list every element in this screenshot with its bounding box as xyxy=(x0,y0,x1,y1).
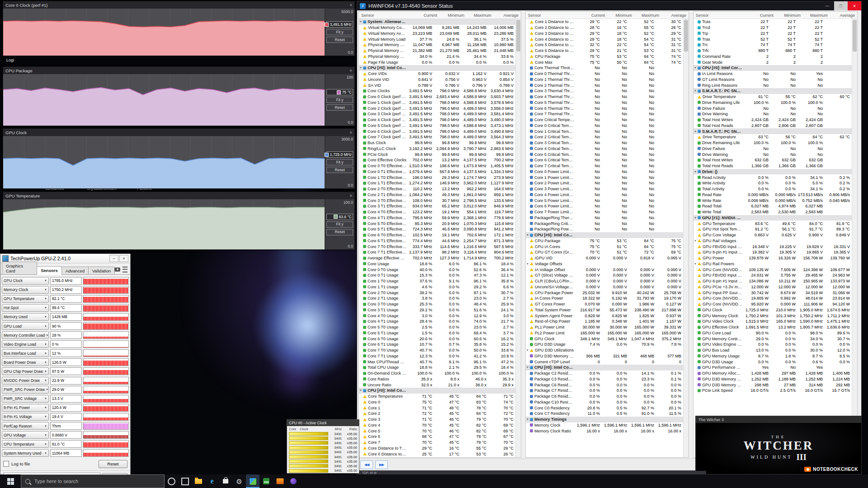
sensor-row[interactable]: Write Total2,583 MB2,530 MB2,583 MB xyxy=(693,209,852,215)
search-input[interactable] xyxy=(33,478,160,484)
sensor-dropdown[interactable]: Video Engine Load▼ xyxy=(2,340,49,348)
sensor-row[interactable]: GPU Core (NVVDD) Out...95.920 W0.000 W11… xyxy=(693,301,852,307)
sensor-row[interactable]: Core 0 Distance to TjMAX25 °C17 °C53 °C2… xyxy=(359,451,516,457)
sensor-row[interactable]: Core 3 Thermal ThrottlingNoNoNo xyxy=(526,88,684,94)
close-icon[interactable]: × xyxy=(349,193,352,198)
sensor-row[interactable]: Core 5 Distance to TjMAX32 °C22 °C54 °C3… xyxy=(526,42,684,48)
sensor-row[interactable]: GPU Core (NVVDD) Inp...109.135 W7.605 W1… xyxy=(693,267,852,272)
sensor-row[interactable]: Package/Ring Thermal Th...NoNoNo xyxy=(526,215,684,221)
sensor-dropdown[interactable]: GPU Chip Power Draw▼ xyxy=(2,367,49,375)
sensor-row[interactable]: Virtual Memory Load37.7 %24.8 %38.1 %37.… xyxy=(359,36,516,42)
sensor-row[interactable]: Core 3 Critical Tempera...NoNoNo xyxy=(526,140,684,146)
sensor-dropdown[interactable]: MVDDC Power Draw▼ xyxy=(2,377,49,385)
sensor-row[interactable]: GPU Power139.878 W16.326 W156.708 W139.7… xyxy=(693,255,852,261)
sensor-row[interactable]: Total Host Reads1,366 GB1,366 GB1,366 GB xyxy=(693,163,852,169)
sensor-row[interactable]: IA Cores Power18.322 W6.192 W31.793 W19.… xyxy=(526,296,684,301)
sensor-row[interactable]: GPU Bus Load13.0 %0.0 %30.0 %12.0 % xyxy=(693,347,852,353)
sensor-row[interactable]: Package C2 Residency0.0 %0.0 %14.1 %0.1 … xyxy=(526,371,684,376)
graph-titlebar[interactable]: GPU Temperature × xyxy=(3,192,354,199)
sensor-dropdown[interactable]: GPU Temperature▼ xyxy=(2,295,49,303)
sensor-row[interactable]: On-Demand Clock Modulation100.0 %100.0 %… xyxy=(359,371,516,376)
sensor-row[interactable]: Uncore Ratio32.0 x21.0 x38.0 x29.9 x xyxy=(359,382,516,388)
sensor-row[interactable]: Core 075 °C47 °C83 °C74 °C xyxy=(359,399,516,405)
taskbar-icon-settings[interactable]: ⚙ xyxy=(232,474,246,488)
sensor-row[interactable]: Core 5 T1 Effective Clock724.3 MHz46.6 M… xyxy=(359,226,516,232)
graph-window-core0-clock[interactable]: Core 0 Clock (perf #1) × 5000.0 3,491.5 … xyxy=(3,1,355,56)
sensor-row[interactable]: GPU 8-pin #1 Input Vol...19.382 V19.305 … xyxy=(693,249,852,255)
sensor-row[interactable]: Core 1 T0 Usage37.6 %9.1 %96.1 %35.8 % xyxy=(359,278,516,284)
sensor-row[interactable]: Core 6 T0 Effective Clock102.5 MHz19.1 M… xyxy=(359,232,516,238)
sensor-row[interactable]: Core 6 T1 Effective Clock774.4 MHz44.6 M… xyxy=(359,238,516,244)
sensor-row[interactable]: Core 4 T1 Effective Clock795.8 MHz59.9 M… xyxy=(359,215,516,221)
sensor-row[interactable]: GPU Temperature83.6 °C49.6 °C84.0 °C81.9… xyxy=(693,221,852,226)
sensor-row[interactable]: Package C3 Residency0.0 %0.0 %23.3 %0.1 … xyxy=(526,376,684,382)
close-button[interactable]: × xyxy=(848,1,861,10)
sensor-row[interactable]: Package C10 Residency0.0 %0.0 %0.0 %0.0 … xyxy=(526,399,684,405)
sensor-row[interactable]: Core 3 T1 Effective Clock934.0 MHz65.2 M… xyxy=(359,203,516,209)
sensor-row[interactable]: Core 3 T1 Usage29.2 %0.0 %51.6 %24.1 % xyxy=(359,307,516,313)
minimize-button[interactable]: — xyxy=(821,1,834,10)
sensor-row[interactable]: GPU Video Clock1,515.0 MHz165.0 MHz1,590… xyxy=(693,319,852,324)
sensor-row[interactable]: Physical Memory Load34.0 %21.4 %34.4 %33… xyxy=(359,54,516,60)
sensor-row[interactable]: GPU PCIe +3.3V Input ...12.000 W12.000 W… xyxy=(693,284,852,290)
sensor-row[interactable]: Core Ratios35.0 x8.0 x46.0 x35.3 x xyxy=(359,376,516,382)
sensor-row[interactable]: Core 570 °C46 °C82 °C69 °C xyxy=(359,428,516,434)
sensor-row[interactable]: Core 2 Thermal ThrottlingNoNoNo xyxy=(526,82,684,88)
sensor-section-row[interactable]: ▼CPU [#0]: Intel Core i7-11... xyxy=(359,65,516,71)
sensor-row[interactable]: PCIe Clock99.8 MHz99.8 MHz99.8 MHz99.8 M… xyxy=(359,151,516,157)
active-clock-title[interactable]: CPU #0 - Active Clock xyxy=(287,420,359,426)
sensor-row[interactable]: GPU Memory Allocated1,428 MB297 MB1,428 … xyxy=(693,371,852,376)
sensor-row[interactable]: Core 2 T1 Effective Clock1,084.2 MHz49.3… xyxy=(359,192,516,198)
scrollbar-thumb[interactable] xyxy=(684,20,688,52)
sensor-dropdown[interactable]: 8-Pin #1 Voltage▼ xyxy=(2,413,49,421)
sensor-row[interactable]: Core 4 T0 Usage3.0 %0.0 %12.9 %3.0 % xyxy=(359,313,516,319)
sensor-row[interactable]: Core 0 Thermal ThrottlingNoNoNo xyxy=(526,71,684,77)
sensor-row[interactable]: GPU Core Voltage0.863 V0.625 V0.900 V0.8… xyxy=(693,232,852,238)
sensor-row[interactable]: Core 4 Distance to TjMAX29 °C18 °C54 °C3… xyxy=(526,36,684,42)
sensor-row[interactable]: GPU Clock349.1 MHz349.1 MHz1,047.4 MHz37… xyxy=(526,336,684,342)
sensor-row[interactable]: Average Effective Clock702.0 MHz127.3 MH… xyxy=(359,255,516,261)
tab-sensors[interactable]: Sensors xyxy=(37,266,62,275)
sensor-row[interactable]: Drive Temperature63 °C56 °C64 °C62 °C xyxy=(693,134,852,140)
taskbar-icon-edge[interactable]: e xyxy=(205,474,219,488)
sensor-row[interactable]: Core 1 T0 Effective Clock196.0 MHz29.3 M… xyxy=(359,174,516,180)
sensor-row[interactable]: CLR (CBo/LLC/Ring) Vol...0.000 V0.000 V0… xyxy=(526,278,684,284)
sensor-row[interactable]: GPU D3D Memory Dedicated1,252 MB1,188 MB… xyxy=(693,376,852,382)
sensor-row[interactable]: Package C7 Residency0.0 %0.0 %0.0 %0.0 % xyxy=(526,388,684,394)
sensor-row[interactable]: Core 5 Clock (perf #1)3,491.5 MHz798.0 M… xyxy=(359,123,516,129)
sensor-row[interactable]: GT Cores Power0.070 W0.000 W1.986 W0.127… xyxy=(526,301,684,307)
reset-button[interactable]: Reset xyxy=(326,37,353,43)
sensor-row[interactable]: Core 7 T1 Effective Clock1,137.9 MHz98.2… xyxy=(359,249,516,255)
sensor-row[interactable]: Core 0 Critical Tempera...NoNoNo xyxy=(526,123,684,129)
sensor-row[interactable]: Write Activity0.0 %0.0 %5.0 %0.2 % xyxy=(693,180,852,186)
sensor-section-row[interactable]: ▼CPU [#0]: Intel Core i7-11... xyxy=(693,65,852,71)
sensor-row[interactable]: Core 1 T1 Effective Clock1,274.2 MHz148.… xyxy=(359,180,516,186)
taskbar-icon-gpu-z[interactable] xyxy=(273,474,287,488)
sensor-section-row[interactable]: ▼CPU [#0]: Intel Core i7-11... xyxy=(526,365,684,371)
fit-y-button[interactable]: Fit y xyxy=(326,29,353,35)
sensor-row[interactable]: Core 0 T0 Effective Clock1,510.3 MHz198.… xyxy=(359,163,516,169)
sensor-row[interactable]: ▼GPU D3D Utilizations xyxy=(526,347,684,353)
sensor-section-row[interactable]: ▼GPU [#1]: NVIDIA GeForce... xyxy=(693,215,852,221)
sensor-row[interactable]: GPU D3D Usage7.4 %0.0 %70.9 %7.8 % xyxy=(526,342,684,347)
sensor-row[interactable]: Total CPU Usage18.8 %2.1 %29.5 %18.4 % xyxy=(359,365,516,371)
sensor-row[interactable]: Package/Ring Power Limit...NoNoNo xyxy=(526,226,684,232)
sensor-row[interactable]: Rest-of-Chip Power1.185 W0.348 W1.401 W1… xyxy=(526,319,684,324)
sensor-row[interactable]: IA Voltage Offset0.000 V0.000 V0.000 V0.… xyxy=(526,267,684,272)
fit-y-button[interactable]: Fit y xyxy=(326,97,353,103)
sensor-row[interactable]: Package C6 Residency0.0 %0.0 %0.0 %0.0 % xyxy=(526,382,684,388)
reset-button[interactable]: Reset xyxy=(326,104,353,111)
history-forward-button[interactable]: ▶▶ xyxy=(375,460,388,469)
sensor-row[interactable]: Drive Remaining Life100.0 %100.0 %100.0 … xyxy=(693,140,852,146)
sensor-row[interactable]: Core 770 °C45 °C79 °C70 °C xyxy=(359,440,516,446)
reset-button[interactable]: Reset xyxy=(99,460,127,468)
sensor-row[interactable]: Core 371 °C46 °C79 °C70 °C xyxy=(359,417,516,422)
sensor-row[interactable]: GPU Effective Clock1,691.5 MHz13.2 MHz1,… xyxy=(693,324,852,330)
sensor-row[interactable]: CPU GT Cores (Graphics)70 °C51 °C72 °C69… xyxy=(526,249,684,255)
sensor-row[interactable]: iGPU VID0.000 V0.000 V0.818 V0.065 V xyxy=(526,255,684,261)
sensor-row[interactable]: Drive Temperature61 °C55 °C62 °C60 °C xyxy=(693,94,852,100)
sensor-row[interactable]: Page File Usage0.0 %0.0 %0.0 %0.0 % xyxy=(359,59,516,65)
sensor-section-row[interactable]: ▼CPU [#0]: Intel Core i7-11... xyxy=(526,232,684,238)
menu-icon[interactable] xyxy=(123,267,127,272)
sensor-row[interactable]: GPU FBVDD Input Volta...19.348 V19.225 V… xyxy=(693,244,852,249)
